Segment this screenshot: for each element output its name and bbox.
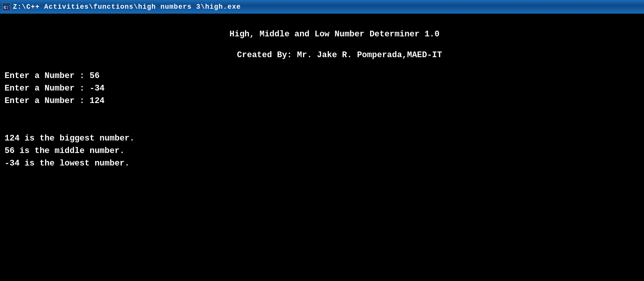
author-line: Created By: Mr. Jake R. Pomperada,MAED-I… [5, 49, 639, 61]
result-lowest: -34 is the lowest number. [5, 157, 639, 170]
app-title-line: High, Middle and Low Number Determiner 1… [5, 28, 639, 41]
title-bar: C:\ Z:\C++ Activities\functions\high num… [0, 0, 644, 14]
input-line-3: Enter a Number : 124 [5, 95, 639, 107]
svg-text:C:\: C:\ [4, 5, 9, 10]
console-body: High, Middle and Low Number Determiner 1… [0, 14, 644, 281]
window-title: Z:\C++ Activities\functions\high numbers… [13, 3, 241, 11]
input-line-2: Enter a Number : -34 [5, 82, 639, 95]
cmd-icon: C:\ [2, 3, 11, 11]
result-biggest: 124 is the biggest number. [5, 132, 639, 145]
input-line-1: Enter a Number : 56 [5, 70, 639, 82]
result-middle: 56 is the middle number. [5, 145, 639, 157]
